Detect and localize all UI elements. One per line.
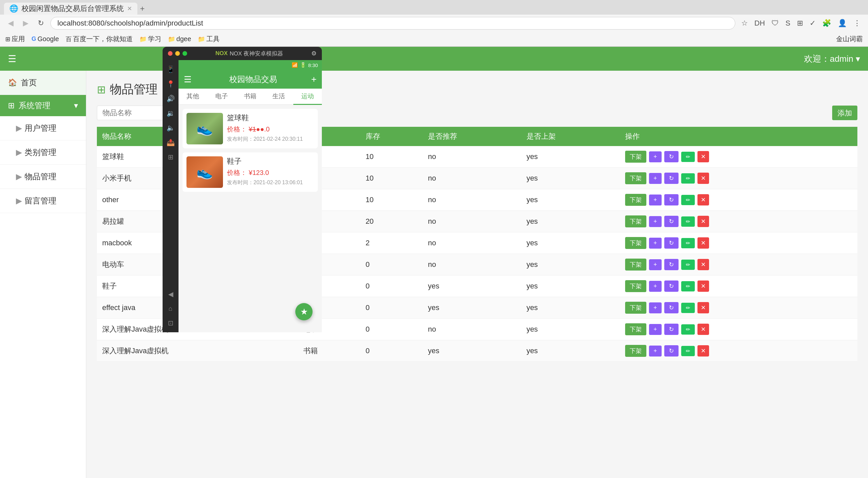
edit-button[interactable]: ✏ (681, 346, 695, 356)
traffic-light-green[interactable] (183, 51, 187, 56)
mobile-product-card-1[interactable]: 👟 篮球鞋 价格： ¥1●●.0 发布时间：2021-02-24 20:30:1… (183, 109, 318, 148)
edit-button[interactable]: ✏ (681, 238, 695, 248)
sidebar-item-categories[interactable]: ▶ 类别管理 (0, 141, 86, 165)
mobile-tab-other[interactable]: 其他 (179, 89, 207, 104)
reload-button[interactable]: ↻ (35, 18, 46, 29)
mobile-product-card-2[interactable]: 👟 鞋子 价格： ¥123.0 发布时间：2021-02-20 13:06:01 (183, 152, 318, 192)
add-product-button[interactable]: 添加 (832, 106, 857, 120)
toolbar-btn-volume-low[interactable]: 🔈 (164, 121, 178, 135)
extension-btn-6[interactable]: 🧩 (820, 18, 833, 29)
add-action-button[interactable]: + (649, 259, 662, 270)
add-action-button[interactable]: + (649, 216, 662, 227)
delete-button[interactable]: ✕ (698, 173, 709, 184)
delete-button[interactable]: ✕ (698, 151, 709, 162)
mobile-tab-books[interactable]: 书籍 (236, 89, 265, 104)
delete-button[interactable]: ✕ (698, 345, 709, 357)
down-shelf-button[interactable]: 下架 (625, 215, 646, 228)
mobile-tab-life[interactable]: 生活 (265, 89, 293, 104)
extension-btn-2[interactable]: 🛡 (770, 18, 781, 29)
traffic-light-red[interactable] (168, 51, 173, 56)
mobile-menu-button[interactable]: ☰ (184, 74, 191, 85)
toolbar-btn-grid[interactable]: ⊞ (165, 150, 176, 163)
add-action-button[interactable]: + (649, 173, 662, 184)
url-bar[interactable] (51, 17, 735, 30)
delete-button[interactable]: ✕ (698, 259, 709, 270)
sidebar-item-products[interactable]: ▶ 物品管理 (0, 165, 86, 189)
bookmark-dgee[interactable]: 📁 dgee (168, 35, 191, 43)
refresh-action-button[interactable]: ↻ (664, 237, 679, 249)
refresh-action-button[interactable]: ↻ (664, 302, 679, 313)
delete-button[interactable]: ✕ (698, 302, 709, 313)
emulator-settings-icon[interactable]: ⚙ (311, 50, 316, 57)
mobile-fab[interactable]: ★ (295, 303, 313, 320)
mobile-tab-electronic[interactable]: 电子 (207, 89, 236, 104)
refresh-action-button[interactable]: ↻ (664, 280, 679, 292)
extension-btn-3[interactable]: S (783, 18, 792, 29)
mobile-tab-sports[interactable]: 运动 (293, 89, 322, 105)
add-action-button[interactable]: + (649, 195, 662, 206)
down-shelf-button[interactable]: 下架 (625, 237, 646, 249)
bookmark-study[interactable]: 📁 学习 (140, 34, 161, 43)
down-shelf-button[interactable]: 下架 (625, 172, 646, 184)
edit-button[interactable]: ✏ (681, 324, 695, 335)
refresh-action-button[interactable]: ↻ (664, 151, 679, 162)
sidebar-item-users[interactable]: ▶ 用户管理 (0, 116, 86, 141)
delete-button[interactable]: ✕ (698, 194, 709, 206)
edit-button[interactable]: ✏ (681, 260, 695, 270)
edit-button[interactable]: ✏ (681, 152, 695, 162)
add-action-button[interactable]: + (649, 238, 662, 249)
browser-tab[interactable]: 🌐 校园闲置物品交易后台管理系统 ✕ (4, 3, 137, 14)
toolbar-btn-share[interactable]: 📤 (164, 136, 178, 149)
down-shelf-button[interactable]: 下架 (625, 323, 646, 335)
mobile-add-button[interactable]: + (311, 74, 316, 85)
tab-close-icon[interactable]: ✕ (127, 5, 132, 12)
bookmark-baidu[interactable]: 百 百度一下，你就知道 (66, 34, 133, 43)
bookmark-jinshan[interactable]: 金山词霸 (836, 34, 863, 43)
delete-button[interactable]: ✕ (698, 324, 709, 335)
edit-button[interactable]: ✏ (681, 303, 695, 313)
forward-button[interactable]: ▶ (20, 18, 31, 29)
bookmark-tools[interactable]: 📁 工具 (198, 34, 220, 43)
sidebar-section-system[interactable]: ⊞ 系统管理 ▾ (0, 95, 86, 116)
edit-button[interactable]: ✏ (681, 195, 695, 205)
toolbar-btn-volume-med[interactable]: 🔉 (164, 107, 178, 120)
refresh-action-button[interactable]: ↻ (664, 216, 679, 227)
hamburger-button[interactable]: ☰ (8, 54, 16, 64)
down-shelf-button[interactable]: 下架 (625, 280, 646, 292)
traffic-light-yellow[interactable] (175, 51, 180, 56)
edit-button[interactable]: ✏ (681, 216, 695, 227)
add-action-button[interactable]: + (649, 346, 662, 357)
bookmark-apps[interactable]: ⊞ 应用 (5, 34, 25, 43)
down-shelf-button[interactable]: 下架 (625, 151, 646, 163)
toolbar-btn-1[interactable]: 📱 (164, 63, 178, 76)
extension-btn-1[interactable]: DH (752, 18, 767, 29)
menu-button[interactable]: ⋮ (851, 18, 863, 29)
refresh-action-button[interactable]: ↻ (664, 345, 679, 357)
add-action-button[interactable]: + (649, 324, 662, 335)
down-shelf-button[interactable]: 下架 (625, 302, 646, 314)
edit-button[interactable]: ✏ (681, 281, 695, 292)
sidebar-item-messages[interactable]: ▶ 留言管理 (0, 189, 86, 213)
refresh-action-button[interactable]: ↻ (664, 259, 679, 270)
new-tab-button[interactable]: + (140, 4, 145, 13)
refresh-action-button[interactable]: ↻ (664, 324, 679, 335)
refresh-action-button[interactable]: ↻ (664, 173, 679, 184)
down-shelf-button[interactable]: 下架 (625, 345, 646, 357)
bookmark-google[interactable]: G Google (32, 35, 59, 43)
back-button[interactable]: ◀ (5, 18, 16, 29)
toolbar-btn-back[interactable]: ◀ (165, 288, 176, 301)
profile-button[interactable]: 👤 (836, 18, 849, 29)
delete-button[interactable]: ✕ (698, 216, 709, 227)
refresh-action-button[interactable]: ↻ (664, 194, 679, 206)
sidebar-item-home[interactable]: 🏠 首页 (0, 71, 86, 95)
down-shelf-button[interactable]: 下架 (625, 194, 646, 206)
extension-btn-4[interactable]: ⊞ (795, 18, 805, 29)
toolbar-btn-recents[interactable]: ⊡ (165, 316, 176, 330)
down-shelf-button[interactable]: 下架 (625, 259, 646, 271)
delete-button[interactable]: ✕ (698, 237, 709, 249)
toolbar-btn-2[interactable]: 📍 (164, 77, 178, 91)
add-action-button[interactable]: + (649, 151, 662, 162)
toolbar-btn-volume-high[interactable]: 🔊 (164, 92, 178, 105)
star-button[interactable]: ☆ (739, 18, 750, 29)
add-action-button[interactable]: + (649, 281, 662, 292)
